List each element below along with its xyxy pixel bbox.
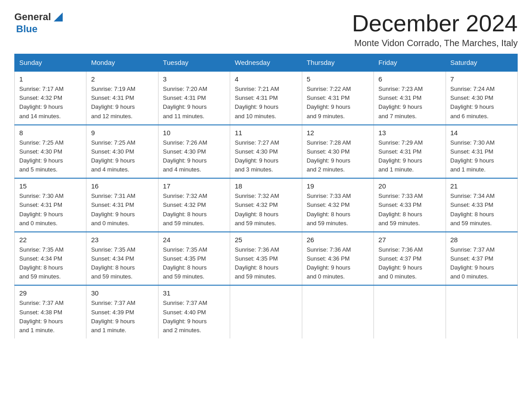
day-number: 12: [307, 129, 369, 137]
day-header-wednesday: Wednesday: [230, 54, 302, 72]
day-info: Sunrise: 7:37 AMSunset: 4:38 PMDaylight:…: [19, 299, 82, 335]
calendar-cell: 28Sunrise: 7:37 AMSunset: 4:37 PMDayligh…: [446, 232, 517, 286]
day-header-tuesday: Tuesday: [158, 54, 230, 72]
day-info: Sunrise: 7:35 AMSunset: 4:34 PMDaylight:…: [19, 245, 82, 282]
day-header-saturday: Saturday: [446, 54, 517, 72]
calendar-title: December 2024: [352, 11, 518, 36]
day-number: 17: [163, 182, 225, 190]
day-number: 3: [163, 75, 225, 83]
day-number: 14: [450, 129, 513, 137]
day-info: Sunrise: 7:36 AMSunset: 4:36 PMDaylight:…: [307, 245, 369, 282]
day-number: 5: [307, 75, 369, 83]
calendar-cell: 20Sunrise: 7:33 AMSunset: 4:33 PMDayligh…: [374, 178, 446, 232]
day-info: Sunrise: 7:17 AMSunset: 4:32 PMDaylight:…: [19, 85, 82, 121]
day-number: 2: [91, 75, 153, 83]
logo-text-general: General: [14, 12, 51, 22]
day-info: Sunrise: 7:36 AMSunset: 4:35 PMDaylight:…: [235, 245, 297, 282]
day-header-monday: Monday: [86, 54, 158, 72]
day-number: 13: [378, 129, 441, 137]
day-header-thursday: Thursday: [302, 54, 373, 72]
day-number: 15: [19, 182, 82, 190]
calendar-cell: 11Sunrise: 7:27 AMSunset: 4:30 PMDayligh…: [230, 125, 302, 179]
day-info: Sunrise: 7:25 AMSunset: 4:30 PMDaylight:…: [19, 138, 82, 175]
calendar-cell: 31Sunrise: 7:37 AMSunset: 4:40 PMDayligh…: [158, 285, 230, 338]
page-header: General Blue December 2024 Monte Vidon C…: [14, 11, 518, 48]
calendar-cell: 7Sunrise: 7:24 AMSunset: 4:30 PMDaylight…: [446, 71, 517, 125]
day-info: Sunrise: 7:37 AMSunset: 4:39 PMDaylight:…: [91, 299, 153, 335]
day-number: 21: [450, 182, 513, 190]
calendar-cell: 10Sunrise: 7:26 AMSunset: 4:30 PMDayligh…: [158, 125, 230, 179]
calendar-cell: 22Sunrise: 7:35 AMSunset: 4:34 PMDayligh…: [15, 232, 86, 286]
day-number: 10: [163, 129, 225, 137]
location-subtitle: Monte Vidon Corrado, The Marches, Italy: [352, 38, 518, 48]
calendar-cell: 29Sunrise: 7:37 AMSunset: 4:38 PMDayligh…: [15, 285, 86, 338]
calendar-cell: 5Sunrise: 7:22 AMSunset: 4:31 PMDaylight…: [302, 71, 373, 125]
day-number: 25: [235, 236, 297, 244]
day-header-friday: Friday: [374, 54, 446, 72]
day-info: Sunrise: 7:19 AMSunset: 4:31 PMDaylight:…: [91, 85, 153, 121]
svg-marker-0: [54, 13, 63, 21]
day-info: Sunrise: 7:34 AMSunset: 4:33 PMDaylight:…: [450, 192, 513, 228]
day-info: Sunrise: 7:25 AMSunset: 4:30 PMDaylight:…: [91, 138, 153, 175]
day-number: 16: [91, 182, 153, 190]
day-number: 23: [91, 236, 153, 244]
calendar-cell: 19Sunrise: 7:33 AMSunset: 4:32 PMDayligh…: [302, 178, 373, 232]
day-info: Sunrise: 7:37 AMSunset: 4:37 PMDaylight:…: [450, 245, 513, 282]
calendar-cell: 15Sunrise: 7:30 AMSunset: 4:31 PMDayligh…: [15, 178, 86, 232]
calendar-cell: 9Sunrise: 7:25 AMSunset: 4:30 PMDaylight…: [86, 125, 158, 179]
day-info: Sunrise: 7:36 AMSunset: 4:37 PMDaylight:…: [378, 245, 441, 282]
day-info: Sunrise: 7:20 AMSunset: 4:31 PMDaylight:…: [163, 85, 225, 121]
day-number: 29: [19, 289, 82, 297]
calendar-cell: 2Sunrise: 7:19 AMSunset: 4:31 PMDaylight…: [86, 71, 158, 125]
calendar-cell: 30Sunrise: 7:37 AMSunset: 4:39 PMDayligh…: [86, 285, 158, 338]
week-row-2: 8Sunrise: 7:25 AMSunset: 4:30 PMDaylight…: [15, 125, 518, 179]
calendar-cell: [374, 285, 446, 338]
day-number: 31: [163, 289, 225, 297]
calendar-cell: 25Sunrise: 7:36 AMSunset: 4:35 PMDayligh…: [230, 232, 302, 286]
calendar-cell: 16Sunrise: 7:31 AMSunset: 4:31 PMDayligh…: [86, 178, 158, 232]
day-info: Sunrise: 7:33 AMSunset: 4:33 PMDaylight:…: [378, 192, 441, 228]
day-number: 26: [307, 236, 369, 244]
day-info: Sunrise: 7:26 AMSunset: 4:30 PMDaylight:…: [163, 138, 225, 175]
day-info: Sunrise: 7:35 AMSunset: 4:34 PMDaylight:…: [91, 245, 153, 282]
week-row-1: 1Sunrise: 7:17 AMSunset: 4:32 PMDaylight…: [15, 71, 518, 125]
day-info: Sunrise: 7:28 AMSunset: 4:30 PMDaylight:…: [307, 138, 369, 175]
day-number: 4: [235, 75, 297, 83]
week-row-4: 22Sunrise: 7:35 AMSunset: 4:34 PMDayligh…: [15, 232, 518, 286]
calendar-cell: [302, 285, 373, 338]
day-number: 8: [19, 129, 82, 137]
logo-triangle-icon: [52, 11, 64, 23]
calendar-cell: 17Sunrise: 7:32 AMSunset: 4:32 PMDayligh…: [158, 178, 230, 232]
day-info: Sunrise: 7:24 AMSunset: 4:30 PMDaylight:…: [450, 85, 513, 121]
day-number: 28: [450, 236, 513, 244]
calendar-cell: 12Sunrise: 7:28 AMSunset: 4:30 PMDayligh…: [302, 125, 373, 179]
day-info: Sunrise: 7:21 AMSunset: 4:31 PMDaylight:…: [235, 85, 297, 121]
calendar-cell: 21Sunrise: 7:34 AMSunset: 4:33 PMDayligh…: [446, 178, 517, 232]
day-info: Sunrise: 7:37 AMSunset: 4:40 PMDaylight:…: [163, 299, 225, 335]
day-header-sunday: Sunday: [15, 54, 86, 72]
title-block: December 2024 Monte Vidon Corrado, The M…: [352, 11, 518, 48]
calendar-cell: 8Sunrise: 7:25 AMSunset: 4:30 PMDaylight…: [15, 125, 86, 179]
logo-text-blue: Blue: [16, 23, 38, 35]
day-number: 6: [378, 75, 441, 83]
day-number: 20: [378, 182, 441, 190]
calendar-cell: 1Sunrise: 7:17 AMSunset: 4:32 PMDaylight…: [15, 71, 86, 125]
day-number: 24: [163, 236, 225, 244]
day-number: 22: [19, 236, 82, 244]
day-number: 18: [235, 182, 297, 190]
calendar-cell: 24Sunrise: 7:35 AMSunset: 4:35 PMDayligh…: [158, 232, 230, 286]
day-number: 1: [19, 75, 82, 83]
day-info: Sunrise: 7:32 AMSunset: 4:32 PMDaylight:…: [235, 192, 297, 228]
calendar-table: SundayMondayTuesdayWednesdayThursdayFrid…: [14, 54, 518, 338]
day-number: 11: [235, 129, 297, 137]
day-number: 7: [450, 75, 513, 83]
day-info: Sunrise: 7:23 AMSunset: 4:31 PMDaylight:…: [378, 85, 441, 121]
calendar-cell: 14Sunrise: 7:30 AMSunset: 4:31 PMDayligh…: [446, 125, 517, 179]
calendar-cell: 23Sunrise: 7:35 AMSunset: 4:34 PMDayligh…: [86, 232, 158, 286]
week-row-3: 15Sunrise: 7:30 AMSunset: 4:31 PMDayligh…: [15, 178, 518, 232]
calendar-cell: 26Sunrise: 7:36 AMSunset: 4:36 PMDayligh…: [302, 232, 373, 286]
day-info: Sunrise: 7:29 AMSunset: 4:31 PMDaylight:…: [378, 138, 441, 175]
calendar-cell: [446, 285, 517, 338]
calendar-cell: 4Sunrise: 7:21 AMSunset: 4:31 PMDaylight…: [230, 71, 302, 125]
days-header-row: SundayMondayTuesdayWednesdayThursdayFrid…: [15, 54, 518, 72]
